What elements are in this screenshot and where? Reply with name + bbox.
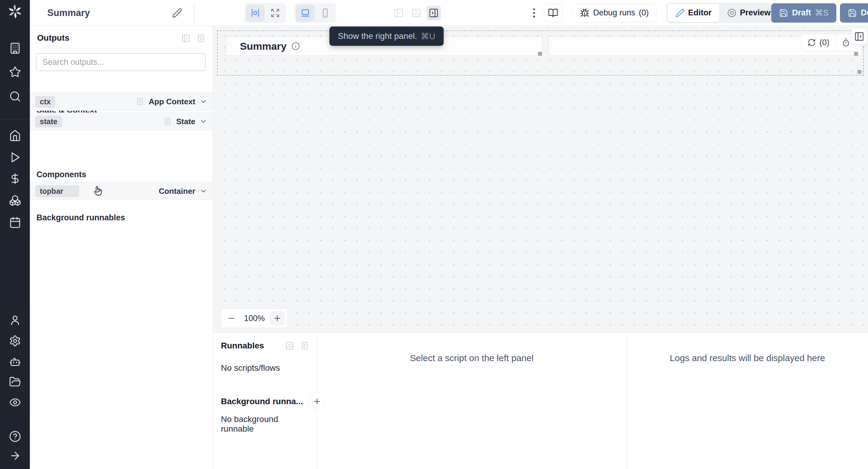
section-components: Components bbox=[36, 170, 86, 179]
refresh-button[interactable]: (0) bbox=[801, 34, 835, 51]
device-toggle-group bbox=[294, 3, 336, 23]
panel-right-icon[interactable] bbox=[427, 6, 441, 20]
deploy-label: Deploy bbox=[861, 8, 868, 18]
laptop-icon[interactable] bbox=[296, 4, 315, 22]
draft-button[interactable]: Draft ⌘S bbox=[771, 3, 836, 23]
smartphone-icon[interactable] bbox=[316, 4, 335, 22]
background-runnables-title: Background runna... bbox=[221, 397, 303, 406]
row-type-label: Container bbox=[159, 187, 195, 196]
collapse-right-panel-button[interactable] bbox=[851, 28, 867, 44]
info-icon[interactable] bbox=[291, 42, 300, 50]
boxes-icon[interactable] bbox=[9, 194, 21, 207]
rail-divider bbox=[0, 119, 30, 119]
tooltip-text: Show the right panel. bbox=[338, 31, 417, 41]
doc-icon[interactable] bbox=[300, 341, 309, 350]
resize-handle[interactable] bbox=[854, 52, 858, 56]
output-row-state[interactable]: state State bbox=[30, 113, 213, 130]
expand-icon[interactable] bbox=[266, 4, 284, 22]
row-type-label: State bbox=[176, 117, 195, 126]
topbar-badge[interactable]: topbar bbox=[35, 185, 79, 197]
no-scripts-text: No scripts/flows bbox=[221, 363, 309, 373]
panel-collapse-icon[interactable] bbox=[181, 34, 190, 43]
outputs-header-icons bbox=[181, 34, 206, 43]
chevron-down-icon[interactable] bbox=[199, 118, 207, 125]
windmill-logo[interactable] bbox=[8, 4, 22, 20]
debug-runs-label: Debug runs bbox=[593, 8, 635, 18]
refresh-count: (0) bbox=[819, 38, 830, 47]
search-input[interactable] bbox=[36, 53, 206, 71]
panel-toggle-group bbox=[392, 6, 441, 20]
panel-collapse-icon[interactable] bbox=[285, 341, 294, 350]
output-row-ctx[interactable]: ctx App Context bbox=[30, 93, 213, 111]
output-row-topbar[interactable]: topbar Container bbox=[30, 182, 213, 200]
panel-left-icon[interactable] bbox=[392, 6, 406, 20]
doc-icon[interactable] bbox=[196, 34, 206, 43]
preview-label: Preview bbox=[740, 8, 771, 18]
doc-icon bbox=[136, 97, 144, 106]
calendar-icon[interactable] bbox=[9, 216, 21, 228]
redo-icon[interactable] bbox=[194, 9, 195, 22]
building-icon[interactable] bbox=[9, 42, 21, 54]
user-icon[interactable] bbox=[9, 314, 21, 326]
eye-icon[interactable] bbox=[9, 396, 21, 408]
state-badge[interactable]: state bbox=[35, 116, 62, 127]
zoom-level: 100% bbox=[241, 314, 268, 323]
windmill-app-editor: Summary bbox=[0, 0, 868, 469]
kebab-icon[interactable] bbox=[531, 6, 537, 20]
search-icon[interactable] bbox=[9, 90, 21, 102]
align-center-icon[interactable] bbox=[246, 4, 265, 22]
logs-column: Logs and results will be displayed here bbox=[627, 333, 868, 469]
runnables-column: Runnables No scripts/flows Background ru… bbox=[213, 333, 317, 469]
outputs-panel: Outputs State & Context ctx App Context … bbox=[30, 26, 213, 469]
chevron-down-icon[interactable] bbox=[199, 187, 207, 195]
panel-bottom-icon[interactable] bbox=[409, 6, 424, 20]
ctx-badge[interactable]: ctx bbox=[35, 96, 55, 107]
robot-icon[interactable] bbox=[9, 356, 21, 368]
bug-icon bbox=[580, 8, 590, 18]
dollar-icon[interactable] bbox=[9, 173, 21, 185]
resize-handle[interactable] bbox=[858, 70, 861, 74]
tooltip-shortcut: ⌘U bbox=[421, 31, 435, 41]
plus-icon[interactable] bbox=[270, 311, 284, 325]
resize-handle[interactable] bbox=[538, 52, 542, 56]
chevron-down-icon[interactable] bbox=[199, 98, 207, 105]
no-background-runnable-text: No background runnable bbox=[221, 414, 309, 434]
deploy-button[interactable]: Deploy bbox=[840, 3, 868, 23]
tab-editor[interactable]: Editor bbox=[668, 4, 719, 22]
zoom-control: 100% bbox=[221, 309, 288, 328]
debug-runs-button[interactable]: Debug runs (0) bbox=[572, 4, 656, 22]
selected-topbar-container[interactable]: Summary bbox=[217, 30, 864, 76]
folder-open-icon[interactable] bbox=[9, 376, 21, 388]
logs-placeholder: Logs and results will be displayed here bbox=[670, 353, 825, 469]
star-icon[interactable] bbox=[9, 66, 21, 78]
home-icon[interactable] bbox=[9, 130, 21, 142]
section-background-runnables: Background runnables bbox=[36, 213, 125, 222]
select-script-placeholder: Select a script on the left panel bbox=[410, 353, 533, 469]
undo-icon[interactable] bbox=[194, 9, 195, 22]
timer-icon bbox=[842, 38, 850, 47]
canvas-tools-group bbox=[244, 3, 286, 23]
book-icon[interactable] bbox=[544, 4, 562, 22]
canvas-refresh-group: (0) bbox=[801, 34, 857, 51]
minus-icon[interactable] bbox=[224, 311, 239, 325]
pencil-icon[interactable] bbox=[172, 8, 182, 18]
app-canvas[interactable]: Summary (0) 100% bbox=[213, 26, 868, 332]
tab-preview[interactable]: Preview bbox=[719, 4, 778, 22]
mode-segmented-control: Editor Preview bbox=[666, 3, 780, 23]
help-icon[interactable] bbox=[9, 430, 21, 442]
circle-dot-icon bbox=[727, 8, 736, 18]
cursor-pointer-icon bbox=[92, 185, 104, 197]
outputs-title: Outputs bbox=[37, 33, 69, 43]
save-icon bbox=[779, 8, 788, 18]
arrow-right-icon[interactable] bbox=[9, 450, 21, 462]
play-icon[interactable] bbox=[9, 151, 21, 163]
gear-icon[interactable] bbox=[9, 335, 21, 347]
tooltip-show-right-panel: Show the right panel. ⌘U bbox=[330, 27, 444, 46]
doc-icon bbox=[163, 117, 172, 126]
save-icon bbox=[848, 8, 857, 18]
top-toolbar: Summary bbox=[30, 0, 868, 26]
pencil-icon bbox=[675, 8, 684, 18]
row-type-label: App Context bbox=[149, 97, 195, 106]
bottom-panel: Runnables No scripts/flows Background ru… bbox=[213, 332, 868, 469]
refresh-icon bbox=[807, 38, 816, 47]
